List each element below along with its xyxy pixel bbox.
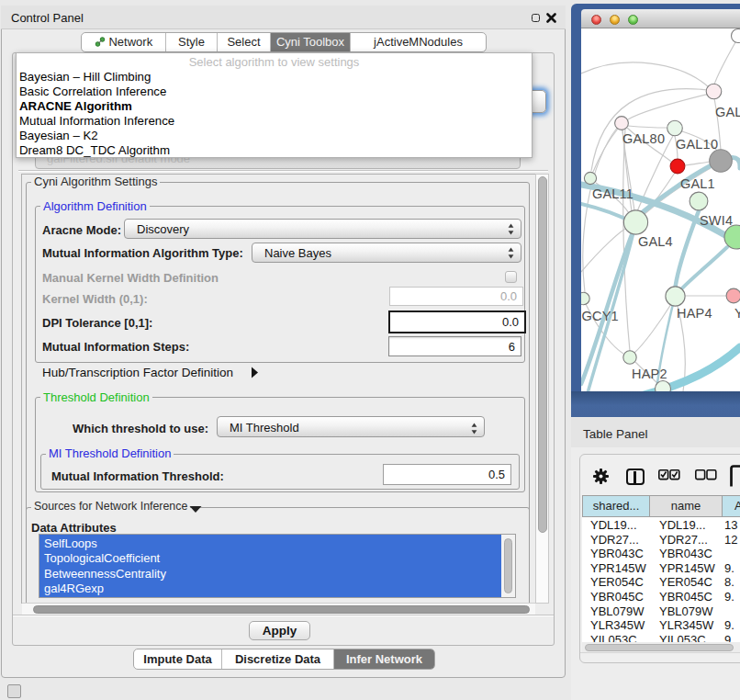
svg-text:GAL1: GAL1	[680, 176, 715, 191]
svg-text:HAP4: HAP4	[677, 306, 712, 321]
svg-text:GAL2: GAL2	[715, 105, 740, 119]
svg-text:GAL80: GAL80	[622, 131, 665, 146]
svg-text:HAP2: HAP2	[632, 367, 667, 381]
svg-text:Y: Y	[734, 306, 740, 321]
svg-text:SWI4: SWI4	[700, 213, 733, 228]
svg-text:GAL11: GAL11	[592, 186, 633, 201]
svg-text:GAL10: GAL10	[676, 137, 718, 152]
svg-text:GAL4: GAL4	[638, 234, 673, 249]
svg-text:GCY1: GCY1	[582, 309, 619, 323]
